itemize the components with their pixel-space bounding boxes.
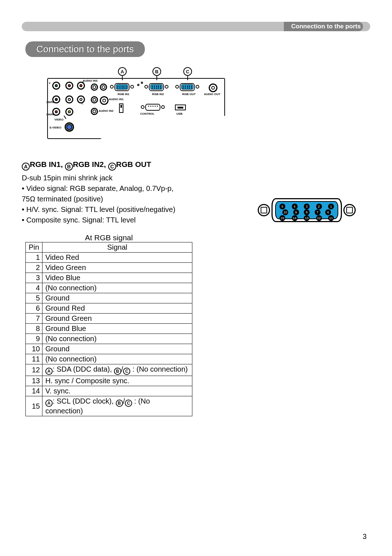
table-row: 4(No connection) bbox=[26, 283, 192, 293]
cell-signal: Ground Green bbox=[42, 314, 192, 324]
led-2 bbox=[141, 82, 143, 84]
cell-pin: 10 bbox=[26, 344, 42, 354]
circle-a-icon: A bbox=[22, 163, 30, 171]
breadcrumb: Connection to the ports bbox=[284, 22, 363, 31]
table-row: 1Video Red bbox=[26, 253, 192, 263]
label-rgb-in1: RGB IN1 bbox=[118, 93, 129, 96]
cell-pin: 8 bbox=[26, 324, 42, 334]
rca-r2 bbox=[77, 82, 85, 90]
table-row: 12A: SDA (DDC data), B/C : (No connectio… bbox=[26, 364, 192, 376]
audio-in1-jack-big bbox=[100, 96, 109, 105]
pin-row-3: 15 14 13 12 11 bbox=[279, 215, 334, 221]
table-row: 6Ground Red bbox=[26, 303, 192, 314]
svideo-port bbox=[65, 122, 74, 132]
cell-pin: 13 bbox=[26, 376, 42, 386]
label-audio-out: AUDIO OUT bbox=[204, 93, 220, 96]
port-heading: ARGB IN1, BRGB IN2, CRGB OUT bbox=[22, 160, 370, 171]
screw-left-icon bbox=[258, 204, 270, 216]
header-bar: Connection to the ports bbox=[22, 22, 370, 31]
cell-signal: Video Green bbox=[42, 263, 192, 273]
port-panel-diagram: A B C AUDIO IN3 RGB IN1 RGB IN2 RGB OUT … bbox=[47, 67, 229, 140]
vga-rgb-in1 bbox=[111, 82, 133, 92]
circle-a-icon: A bbox=[45, 400, 53, 407]
control-port bbox=[142, 103, 164, 111]
callout-b: B bbox=[152, 67, 161, 76]
cell-signal: A: SDA (DDC data), B/C : (No connection) bbox=[42, 364, 192, 376]
spec-line4: • H/V. sync. Signal: TTL level (positive… bbox=[22, 204, 211, 215]
switch bbox=[119, 103, 123, 113]
rca-crpr bbox=[52, 108, 60, 116]
label-rgb-out: RGB OUT bbox=[182, 93, 196, 96]
cell-pin: 15 bbox=[26, 396, 42, 416]
cell-pin: 2 bbox=[26, 263, 42, 273]
cell-pin: 9 bbox=[26, 334, 42, 344]
table-row: 2Video Green bbox=[26, 263, 192, 273]
label-usb: USB bbox=[176, 112, 183, 115]
table-row: 15A: SCL (DDC clock), B/C : (No connecti… bbox=[26, 396, 192, 416]
cell-pin: 3 bbox=[26, 273, 42, 283]
audio-in2-jack bbox=[91, 108, 98, 115]
cell-pin: 12 bbox=[26, 364, 42, 376]
label-audio-in2: AUDIO IN2 bbox=[99, 109, 113, 113]
cell-signal: (No connection) bbox=[42, 283, 192, 293]
rca-video bbox=[65, 108, 73, 116]
table-row: 8Ground Blue bbox=[26, 324, 192, 334]
circle-b-icon: B bbox=[114, 368, 121, 375]
rca-l bbox=[65, 95, 73, 103]
table-row: 7Ground Green bbox=[26, 314, 192, 324]
table-row: 14V. sync. bbox=[26, 386, 192, 396]
cell-signal: (No connection) bbox=[42, 334, 192, 344]
circle-b-icon: B bbox=[65, 163, 73, 171]
cell-pin: 6 bbox=[26, 303, 42, 314]
table-caption: At RGB signal bbox=[25, 233, 192, 242]
label-video: VIDEO bbox=[54, 118, 64, 121]
usb-port bbox=[175, 105, 186, 110]
cell-signal: Ground bbox=[42, 344, 192, 354]
callout-a: A bbox=[118, 67, 127, 76]
cell-signal: Video Blue bbox=[42, 273, 192, 283]
table-row: 9(No connection) bbox=[26, 334, 192, 344]
cell-signal: Ground Red bbox=[42, 303, 192, 314]
table-row: 13H. sync / Composite sync. bbox=[26, 376, 192, 386]
audio-in3-jack2 bbox=[100, 83, 107, 91]
led-1 bbox=[137, 84, 139, 86]
screw-right-icon bbox=[343, 204, 356, 216]
cell-signal: Ground Blue bbox=[42, 324, 192, 334]
cell-pin: 1 bbox=[26, 253, 42, 263]
audio-in1-jack bbox=[91, 96, 98, 103]
spec-text: D-sub 15pin mini shrink jack • Video sig… bbox=[22, 173, 211, 225]
spec-line1: D-sub 15pin mini shrink jack bbox=[22, 173, 211, 183]
page-number: 3 bbox=[363, 532, 367, 541]
audio-out-jack bbox=[209, 83, 217, 92]
vga-rgb-out bbox=[176, 82, 199, 92]
label-audio-in1: AUDIO IN1 bbox=[109, 98, 123, 101]
th-pin: Pin bbox=[26, 242, 42, 253]
audio-in3-jack bbox=[91, 83, 98, 91]
cell-signal: Video Red bbox=[42, 253, 192, 263]
table-row: 10Ground bbox=[26, 344, 192, 354]
cell-signal: (No connection) bbox=[42, 354, 192, 364]
th-signal: Signal bbox=[42, 242, 192, 253]
pin-row-2: 10 9 8 7 6 bbox=[279, 209, 334, 215]
table-row: 11(No connection) bbox=[26, 354, 192, 364]
circle-b-icon: B bbox=[116, 400, 123, 407]
rca-r bbox=[65, 82, 73, 90]
spec-line5: • Composite sync. Signal: TTL level bbox=[22, 215, 211, 225]
circle-c-icon: C bbox=[108, 163, 116, 171]
dsub-connector-diagram: 5 4 3 2 1 10 9 8 7 6 15 14 13 12 11 bbox=[258, 196, 356, 225]
label-control: CONTROL bbox=[140, 112, 155, 115]
table-row: 3Video Blue bbox=[26, 273, 192, 283]
callout-c: C bbox=[183, 67, 192, 76]
vga-rgb-in2 bbox=[145, 82, 168, 92]
rca-y bbox=[52, 82, 60, 90]
cell-signal: Ground bbox=[42, 293, 192, 303]
circle-c-icon: C bbox=[125, 400, 132, 407]
rca-l2 bbox=[77, 95, 85, 103]
spec-line2: • Video signal: RGB separate, Analog, 0.… bbox=[22, 183, 211, 194]
label-svideo: S-VIDEO bbox=[49, 126, 61, 129]
label-y: Y bbox=[49, 82, 50, 85]
section-title: Connection to the ports bbox=[25, 41, 145, 57]
spec-line3: 75Ω terminated (positive) bbox=[22, 194, 211, 204]
rca-cbpb bbox=[52, 95, 60, 103]
cell-pin: 11 bbox=[26, 354, 42, 364]
